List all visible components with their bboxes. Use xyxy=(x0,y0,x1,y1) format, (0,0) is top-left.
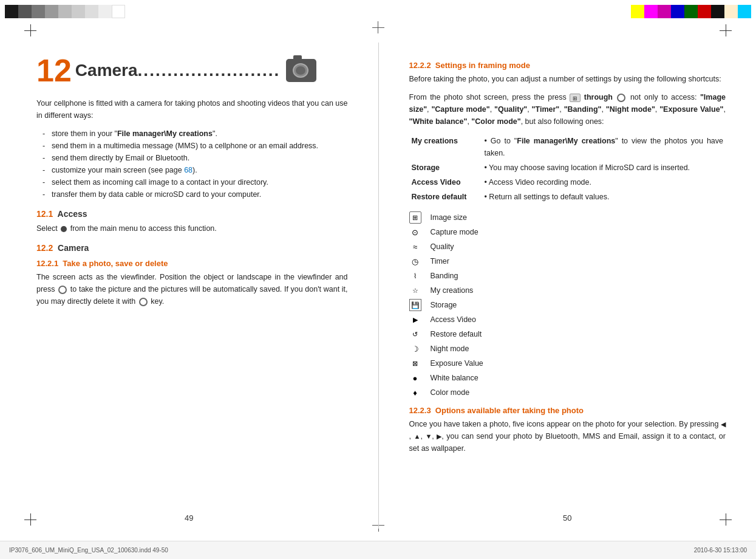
swatch-dark xyxy=(711,5,724,18)
label-capture-mode: Capture mode xyxy=(431,226,483,238)
swatch-cyan xyxy=(738,5,751,18)
section-12-2-2-para1: Before taking the photo, you can adjust … xyxy=(409,73,726,85)
label-quality: Quality xyxy=(431,241,483,253)
label-access-video: Access Video xyxy=(431,314,483,326)
label-my-creations: My creations xyxy=(431,284,483,297)
swatch-light-gray xyxy=(58,5,72,18)
camera-icon xyxy=(286,59,316,82)
color-bar-right xyxy=(631,5,751,18)
banding-icon: ⌇ xyxy=(409,270,421,282)
exposure-value-icon: ⊠ xyxy=(409,357,421,369)
bottom-bar: IP3076_606_UM_MiniQ_Eng_USA_02_100630.in… xyxy=(0,541,756,559)
chapter-heading: 12 Camera........................ xyxy=(36,55,348,86)
table-row: Storage • You may choose saving location… xyxy=(409,160,726,175)
my-creations-icon: ☆ xyxy=(409,284,421,297)
feature-table: My creations • Go to "File manager\My cr… xyxy=(409,134,726,204)
crosshair-top-right xyxy=(720,24,732,36)
section-12-2-3-heading: 12.2.3 Options available after taking th… xyxy=(409,406,726,415)
timer-icon: ◷ xyxy=(409,255,421,267)
section-12-2-3-body: Once you have taken a photo, five icons … xyxy=(409,418,726,454)
section-12-2-1-body: The screen acts as the viewfinder. Posit… xyxy=(36,271,348,307)
main-layout: 12 Camera........................ Your c… xyxy=(0,43,756,529)
list-item: transfer them by data cable or microSD c… xyxy=(43,188,348,201)
label-image-size: Image size xyxy=(431,211,483,224)
feature-desc: • Return all settings to default values. xyxy=(482,190,726,204)
section-12-2-2-para2: From the photo shot screen, press the pr… xyxy=(409,91,726,128)
left-page: 12 Camera........................ Your c… xyxy=(0,43,378,529)
swatch-green xyxy=(684,5,698,18)
swatch-purple xyxy=(658,5,671,18)
swatch-white xyxy=(112,5,125,18)
quality-icon: ≈ xyxy=(409,241,421,253)
feature-desc: • Access Video recording mode. xyxy=(482,175,726,190)
section-12-2-1-heading: 12.2.1 Take a photo, save or delete xyxy=(36,259,348,268)
section-12-1-heading: 12.1 Access xyxy=(36,209,348,219)
label-exposure-value: Exposure Value xyxy=(431,357,483,369)
list-item: customize your main screen (see page 68)… xyxy=(43,164,348,176)
swatch-cream xyxy=(724,5,738,18)
swatch-black xyxy=(5,5,18,18)
image-size-icon: ⊞ xyxy=(409,211,421,224)
label-white-balance: White balance xyxy=(431,372,483,384)
intro-text: Your cellphone is fitted with a camera f… xyxy=(36,97,348,122)
label-timer: Timer xyxy=(431,255,483,267)
section-12-1-body: Select from the main menu to access this… xyxy=(36,222,348,235)
icon-list: ⊞ ⊙ ≈ ◷ ⌇ ☆ 💾 ▶ ↺ ☽ ⊠ ● ♦ Image size Cap… xyxy=(409,211,726,399)
list-item: store them in your "File manager\My crea… xyxy=(43,128,348,140)
list-item: send them in a multimedia message (MMS) … xyxy=(43,140,348,152)
swatch-mid-gray xyxy=(45,5,58,18)
footer-right: 2010-6-30 15:13:00 xyxy=(694,547,747,554)
restore-default-icon: ↺ xyxy=(409,328,421,340)
swatch-gray xyxy=(32,5,45,18)
feature-desc: • Go to "File manager\My creations" to v… xyxy=(482,134,726,160)
page-number-right: 50 xyxy=(379,513,757,523)
swatch-red xyxy=(698,5,711,18)
feature-label: Access Video xyxy=(409,175,482,190)
swatch-lighter-gray xyxy=(72,5,85,18)
night-mode-icon: ☽ xyxy=(409,343,421,355)
footer-left: IP3076_606_UM_MiniQ_Eng_USA_02_100630.in… xyxy=(9,547,168,554)
capture-mode-icon: ⊙ xyxy=(409,226,421,238)
icon-column: ⊞ ⊙ ≈ ◷ ⌇ ☆ 💾 ▶ ↺ ☽ ⊠ ● ♦ xyxy=(409,211,421,399)
table-row: My creations • Go to "File manager\My cr… xyxy=(409,134,726,160)
swatch-blue xyxy=(671,5,684,18)
list-item: send them directly by Email or Bluetooth… xyxy=(43,152,348,164)
right-page: 12.2.2 Settings in framing mode Before t… xyxy=(378,43,757,529)
storage-icon: 💾 xyxy=(409,299,421,311)
access-video-icon: ▶ xyxy=(409,314,421,326)
section-12-2-2-heading: 12.2.2 Settings in framing mode xyxy=(409,61,726,70)
chapter-number: 12 xyxy=(36,55,72,86)
crosshair-top-left xyxy=(24,24,36,36)
swatch-yellow xyxy=(631,5,644,18)
section-12-2-heading: 12.2 Camera xyxy=(36,243,348,253)
feature-desc: • You may choose saving location if Micr… xyxy=(482,160,726,175)
list-item: select them as incoming call image to a … xyxy=(43,176,348,188)
swatch-very-light-gray xyxy=(85,5,98,18)
table-row: Restore default • Return all settings to… xyxy=(409,190,726,204)
feature-label: Restore default xyxy=(409,190,482,204)
label-storage: Storage xyxy=(431,299,483,311)
swatch-dark-gray xyxy=(18,5,32,18)
swatch-magenta xyxy=(644,5,658,18)
table-row: Access Video • Access Video recording mo… xyxy=(409,175,726,190)
label-night-mode: Night mode xyxy=(431,343,483,355)
swatch-near-white xyxy=(98,5,112,18)
color-mode-icon: ♦ xyxy=(409,386,421,399)
label-color-mode: Color mode xyxy=(431,386,483,399)
bullet-list: store them in your "File manager\My crea… xyxy=(43,128,348,201)
label-restore-default: Restore default xyxy=(431,328,483,340)
label-banding: Banding xyxy=(431,270,483,282)
feature-label: Storage xyxy=(409,160,482,175)
crosshair-top-center xyxy=(372,21,384,28)
feature-label: My creations xyxy=(409,134,482,160)
color-bar-left xyxy=(5,5,125,18)
label-column: Image size Capture mode Quality Timer Ba… xyxy=(431,211,483,399)
chapter-title: Camera........................ xyxy=(75,61,280,80)
white-balance-icon: ● xyxy=(409,372,421,384)
page-number-left: 49 xyxy=(0,513,378,523)
